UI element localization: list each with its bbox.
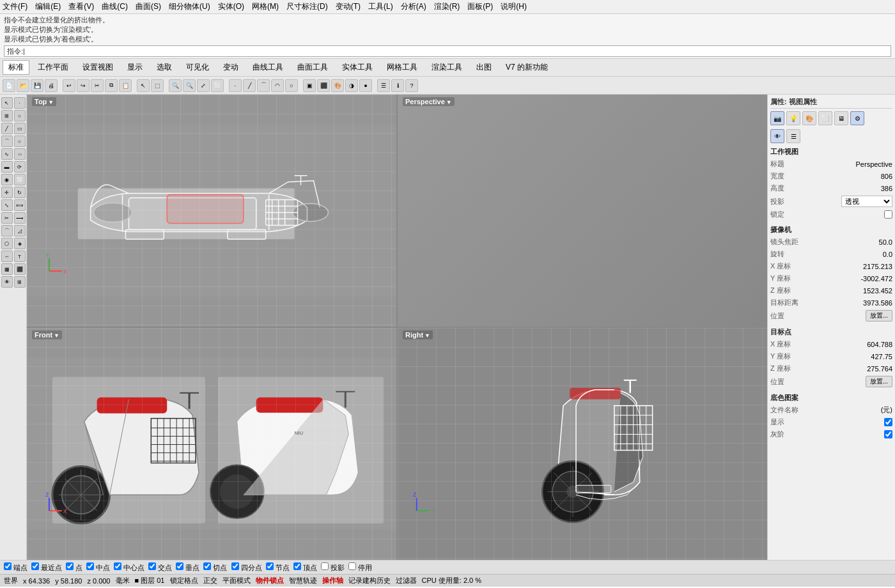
lt-chamfer[interactable]: ◿ [14, 225, 26, 236]
tb-zoom-ext[interactable]: ⤢ [197, 79, 210, 92]
lt-select-icon[interactable]: ↖ [1, 97, 13, 109]
tb-line[interactable]: ╱ [243, 79, 256, 92]
lt-edit-pts[interactable]: ◈ [14, 238, 26, 249]
coords-filter[interactable]: 过滤器 [396, 576, 417, 585]
lt-sphere[interactable]: ◉ [1, 174, 13, 185]
tab-mesh-tools[interactable]: 网格工具 [381, 60, 423, 75]
menu-edit[interactable]: 编辑(E) [35, 1, 61, 12]
viewport-top-label[interactable]: Top▼ [32, 97, 56, 106]
tb-window-sel[interactable]: ⬚ [151, 79, 164, 92]
tab-v7new[interactable]: V7 的新功能 [500, 60, 554, 75]
lt-scale[interactable]: ⤡ [1, 199, 13, 211]
menu-analyze[interactable]: 分析(A) [401, 1, 426, 12]
tb-circle[interactable]: ○ [285, 79, 298, 92]
coords-snap-ortho[interactable]: 正交 [203, 576, 217, 585]
tab-output[interactable]: 出图 [471, 60, 497, 75]
tb-redo[interactable]: ↪ [77, 79, 90, 92]
tb-zoom-out[interactable]: 🔍 [183, 79, 196, 92]
tab-standard[interactable]: 标准 [3, 60, 29, 75]
menu-tools[interactable]: 工具(L) [368, 1, 393, 12]
lt-rotate[interactable]: ↻ [14, 187, 26, 198]
lt-circle2[interactable]: ○ [14, 135, 26, 147]
tb-print[interactable]: 🖨 [45, 79, 58, 92]
lt-dim[interactable]: ↔ [1, 251, 13, 262]
lt-box[interactable]: ⬜ [14, 174, 26, 185]
menu-file[interactable]: 文件(F) [3, 1, 27, 12]
cb-tan[interactable]: 切点 [203, 562, 227, 573]
lt-block[interactable]: ⬛ [14, 263, 26, 275]
menu-view[interactable]: 查看(V) [68, 1, 94, 12]
prop-checkbox-lock[interactable] [884, 210, 892, 219]
prop-btn-place-target[interactable]: 放置... [866, 376, 892, 387]
lt-revolve[interactable]: ⟳ [14, 161, 26, 173]
cb-intersect[interactable]: 交点 [148, 562, 172, 573]
tab-workplane[interactable]: 工作平面 [32, 60, 74, 75]
viewport-front-label[interactable]: Front▼ [32, 330, 62, 339]
tb-open[interactable]: 📂 [17, 79, 29, 92]
lt-move[interactable]: ✛ [1, 187, 13, 198]
cb-nearest[interactable]: 最近点 [31, 562, 62, 573]
tab-surface-tools[interactable]: 曲面工具 [292, 60, 334, 75]
tab-render-tools[interactable]: 渲染工具 [426, 60, 468, 75]
coords-snap-planar[interactable]: 平面模式 [222, 576, 251, 585]
cb-quad[interactable]: 四分点 [231, 562, 262, 573]
tb-properties[interactable]: ℹ [391, 79, 404, 92]
panel-icon-camera[interactable]: 📷 [770, 111, 784, 125]
tb-new[interactable]: 📄 [3, 79, 15, 92]
lt-freeform[interactable]: ⌓ [14, 148, 26, 160]
panel-icon-display[interactable]: 🖥 [834, 111, 848, 125]
lt-lasso[interactable]: ○ [14, 110, 26, 121]
coords-snap-gridlock[interactable]: 锁定格点 [170, 576, 198, 585]
lt-named-view[interactable]: 👁 [1, 276, 13, 288]
tb-zoom-window[interactable]: ⬜ [211, 79, 224, 92]
tab-solid-tools[interactable]: 实体工具 [336, 60, 378, 75]
tb-arc[interactable]: ◠ [271, 79, 284, 92]
viewport-perspective-label[interactable]: Perspective▼ [403, 97, 455, 106]
tab-setview[interactable]: 设置视图 [77, 60, 119, 75]
menu-help[interactable]: 说明(H) [501, 1, 527, 12]
lt-arc2[interactable]: ⌒ [1, 135, 13, 147]
panel-icon-view[interactable]: 👁 [770, 129, 784, 143]
cb-knot[interactable]: 节点 [266, 562, 290, 573]
tb-help[interactable]: ? [405, 79, 418, 92]
tab-display[interactable]: 显示 [121, 60, 148, 75]
menu-subd[interactable]: 细分物体(U) [169, 1, 210, 12]
tab-select[interactable]: 选取 [151, 60, 178, 75]
tb-shade2[interactable]: ● [359, 79, 372, 92]
tb-select[interactable]: ↖ [137, 79, 150, 92]
menu-render[interactable]: 渲染(R) [434, 1, 460, 12]
tb-cut[interactable]: ✂ [91, 79, 104, 92]
menu-solid[interactable]: 实体(O) [218, 1, 244, 12]
viewport-right-label[interactable]: Right▼ [403, 330, 433, 339]
prop-checkbox-bgshow[interactable] [884, 418, 892, 426]
lt-fillet[interactable]: ⌒ [1, 225, 13, 236]
cb-disable[interactable]: 停用 [348, 562, 372, 573]
coords-snap-osnap[interactable]: 物件锁点 [256, 576, 284, 585]
menu-curve[interactable]: 曲线(C) [102, 1, 128, 12]
lt-plane[interactable]: ▬ [1, 161, 13, 173]
tb-save[interactable]: 💾 [31, 79, 43, 92]
lt-layout[interactable]: ⊞ [14, 276, 26, 288]
tb-surface[interactable]: ▣ [303, 79, 316, 92]
viewport-right[interactable]: Right▼ [398, 328, 767, 560]
cb-midpoint[interactable]: 中点 [86, 562, 110, 573]
tb-zoom-in[interactable]: 🔍 [169, 79, 182, 92]
coords-gumball[interactable]: 操作轴 [322, 576, 343, 585]
tb-point[interactable]: · [229, 79, 242, 92]
tb-render[interactable]: 🎨 [331, 79, 344, 92]
tb-extrude[interactable]: ⬛ [317, 79, 330, 92]
menu-mesh[interactable]: 网格(M) [252, 1, 279, 12]
tb-curve[interactable]: ⌒ [257, 79, 270, 92]
lt-mirror[interactable]: ⟺ [14, 199, 26, 211]
panel-icon-light[interactable]: 💡 [786, 111, 800, 125]
panel-icon-layer[interactable]: ☰ [786, 129, 800, 143]
tb-shade1[interactable]: ◑ [345, 79, 358, 92]
tab-transform[interactable]: 变动 [217, 60, 244, 75]
coords-snap-smart[interactable]: 智慧轨迹 [289, 576, 317, 585]
cb-point[interactable]: 点 [66, 562, 82, 573]
menu-surface[interactable]: 曲面(S) [136, 1, 161, 12]
tb-copy[interactable]: ⧉ [105, 79, 118, 92]
tb-undo[interactable]: ↩ [63, 79, 75, 92]
menu-panel[interactable]: 面板(P) [467, 1, 493, 12]
panel-icon-object[interactable]: ⬜ [818, 111, 832, 125]
